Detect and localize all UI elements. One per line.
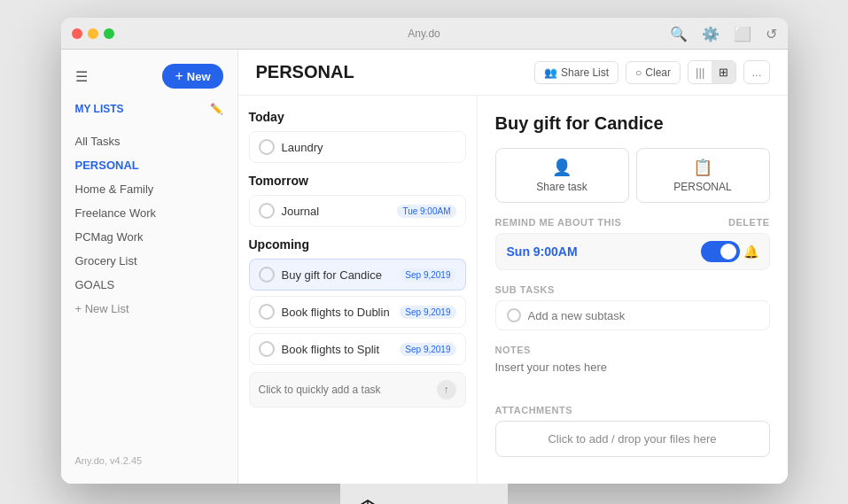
task-list-panel: Today Laundry Tomorrow Journal Tue 9:00A… (238, 96, 478, 484)
top-right-icons: 🔍 ⚙️ ⬜ ↺ (670, 25, 777, 42)
section-upcoming: Upcoming (249, 237, 466, 252)
toolbar: PERSONAL 👥 Share List ○ Clear ||| ⊞ ... (238, 50, 788, 96)
task-book-split[interactable]: Book flights to Split Sep 9,2019 (249, 333, 466, 365)
sidebar-item-personal[interactable]: PERSONAL (61, 153, 237, 177)
teamstorm-footer: TeamStorm (340, 484, 508, 504)
task-laundry[interactable]: Laundry (249, 131, 466, 163)
task-checkbox[interactable] (259, 267, 275, 283)
window-icon[interactable]: ⬜ (734, 25, 751, 42)
task-tag: Sep 9,2019 (400, 343, 455, 356)
hamburger-icon[interactable]: ☰ (75, 68, 88, 85)
sidebar-item-pcmag-work[interactable]: PCMag Work (61, 225, 237, 249)
app-container: ☰ New MY LISTS ✏️ All Tasks PERSONAL Hom… (61, 50, 788, 484)
reminder-toggle[interactable] (701, 241, 740, 262)
attachments-section: ATTACHMENTS Click to add / drop your fil… (495, 405, 770, 457)
subtasks-label: SUB TASKS (495, 284, 770, 295)
search-icon[interactable]: 🔍 (670, 25, 688, 42)
personal-list-button[interactable]: 📋 PERSONAL (636, 148, 770, 203)
share-task-icon: 👤 (552, 158, 572, 177)
edit-lists-icon[interactable]: ✏️ (210, 103, 223, 115)
subtask-row[interactable] (495, 300, 770, 330)
teamstorm-name: TeamStorm (388, 500, 494, 504)
new-button[interactable]: New (162, 64, 222, 89)
minimize-button[interactable] (88, 28, 98, 39)
app-window: Any.do 🔍 ⚙️ ⬜ ↺ ☰ New MY LISTS ✏️ All Ta… (61, 18, 788, 484)
share-task-label: Share task (536, 181, 587, 193)
detail-actions: 👤 Share task 📋 PERSONAL (495, 148, 770, 203)
teamstorm-icon (354, 498, 381, 504)
task-text: Buy gift for Candice (282, 268, 393, 282)
subtasks-section: SUB TASKS (495, 284, 770, 330)
remind-label: REMIND ME ABOUT THIS DELETE (495, 217, 770, 228)
sidebar-item-grocery-list[interactable]: Grocery List (61, 249, 237, 273)
task-text: Book flights to Dublin (282, 306, 393, 319)
attachments-label: ATTACHMENTS (495, 405, 770, 415)
delete-reminder[interactable]: DELETE (728, 217, 769, 228)
subtask-checkbox[interactable] (507, 308, 521, 322)
notes-label: NOTES (495, 345, 770, 355)
toolbar-actions: 👥 Share List ○ Clear ||| ⊞ ... (534, 60, 769, 84)
attachment-drop-zone[interactable]: Click to add / drop your files here (495, 421, 770, 457)
sidebar-item-all-tasks[interactable]: All Tasks (61, 129, 237, 153)
share-icon: 👥 (544, 66, 557, 79)
task-tag: Sep 9,2019 (400, 306, 455, 319)
detail-panel: Buy gift for Candice 👤 Share task 📋 PERS… (478, 96, 788, 484)
refresh-icon[interactable]: ↺ (766, 25, 777, 42)
task-checkbox[interactable] (259, 203, 275, 219)
task-buy-gift[interactable]: Buy gift for Candice Sep 9,2019 (249, 259, 466, 291)
close-button[interactable] (72, 28, 82, 39)
sidebar-item-freelance-work[interactable]: Freelance Work (61, 201, 237, 225)
section-today: Today (249, 110, 466, 124)
share-task-button[interactable]: 👤 Share task (495, 148, 629, 203)
window-title: Any.do (408, 27, 440, 40)
task-text: Laundry (282, 141, 456, 154)
task-checkbox[interactable] (259, 139, 275, 155)
my-lists-section: MY LISTS ✏️ (61, 99, 237, 126)
bell-icon: 🔔 (743, 244, 759, 259)
teamstorm-logo: TeamStorm (354, 498, 494, 504)
clear-icon: ○ (635, 66, 642, 79)
task-checkbox[interactable] (259, 341, 275, 357)
sidebar: ☰ New MY LISTS ✏️ All Tasks PERSONAL Hom… (61, 50, 238, 484)
task-checkbox[interactable] (259, 304, 275, 320)
maximize-button[interactable] (104, 28, 114, 39)
clear-button[interactable]: ○ Clear (626, 61, 681, 84)
view-toggle: ||| ⊞ (688, 60, 736, 84)
section-tomorrow: Tomorrow (249, 174, 466, 188)
settings-icon[interactable]: ⚙️ (702, 25, 720, 42)
list-title: PERSONAL (256, 62, 354, 82)
share-list-button[interactable]: 👥 Share List (534, 61, 618, 84)
add-task-submit[interactable]: ↑ (437, 380, 456, 399)
main-content: PERSONAL 👥 Share List ○ Clear ||| ⊞ ... (238, 50, 788, 484)
grid-view-button[interactable]: ⊞ (712, 61, 735, 83)
notes-section: NOTES (495, 345, 770, 391)
sidebar-items: All Tasks PERSONAL Home & Family Freelan… (61, 129, 237, 321)
more-options-button[interactable]: ... (743, 60, 769, 84)
task-book-dublin[interactable]: Book flights to Dublin Sep 9,2019 (249, 296, 466, 328)
personal-label: PERSONAL (673, 181, 731, 193)
sidebar-footer: Any.do, v4.2.45 (61, 448, 237, 473)
reminder-time: Sun 9:00AM (507, 244, 578, 259)
task-text: Book flights to Split (282, 343, 393, 356)
sidebar-item-home-family[interactable]: Home & Family (61, 177, 237, 201)
add-task-input[interactable] (259, 384, 430, 396)
list-view-button[interactable]: ||| (689, 61, 712, 83)
new-list-button[interactable]: + New List (61, 297, 237, 321)
notes-input[interactable] (495, 361, 770, 387)
traffic-lights (72, 28, 114, 39)
subtask-input[interactable] (528, 309, 759, 322)
toggle-container: 🔔 (701, 241, 759, 262)
sidebar-item-goals[interactable]: GOALS (61, 273, 237, 297)
task-text: Journal (282, 205, 391, 218)
sidebar-header: ☰ New (61, 60, 237, 99)
my-lists-header: MY LISTS ✏️ (75, 103, 223, 115)
two-col-layout: Today Laundry Tomorrow Journal Tue 9:00A… (238, 96, 788, 484)
reminder-row: Sun 9:00AM 🔔 (495, 233, 770, 270)
remind-section: REMIND ME ABOUT THIS DELETE Sun 9:00AM 🔔 (495, 217, 770, 270)
list-icon: 📋 (693, 158, 712, 177)
task-tag: Tue 9:00AM (397, 205, 455, 218)
task-journal[interactable]: Journal Tue 9:00AM (249, 195, 466, 227)
add-task-bar[interactable]: ↑ (249, 372, 466, 407)
title-bar: Any.do 🔍 ⚙️ ⬜ ↺ (61, 18, 788, 50)
task-tag: Sep 9,2019 (400, 268, 455, 282)
